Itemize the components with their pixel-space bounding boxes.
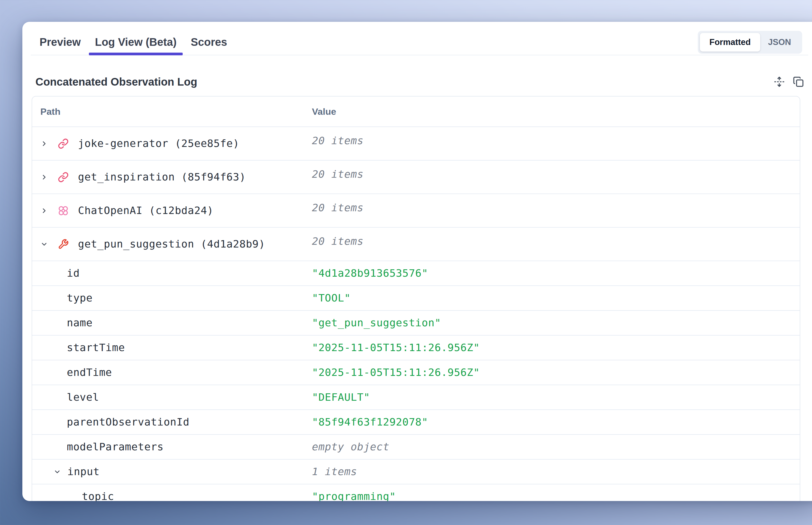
value-meta: 20 items (312, 135, 364, 147)
chevron-down-icon[interactable] (40, 240, 48, 248)
log-row[interactable]: id"4d1a28b913653576" (32, 260, 800, 285)
log-row[interactable]: endTime"2025-11-05T15:11:26.956Z" (32, 360, 800, 385)
toggle-formatted[interactable]: Formatted (700, 33, 760, 51)
chevron-right-icon[interactable] (40, 207, 48, 215)
value-meta: 20 items (312, 202, 364, 214)
column-header-path: Path (32, 106, 312, 117)
link-icon (58, 172, 69, 183)
path-label: startTime (67, 342, 125, 354)
value-string: "get_pun_suggestion" (312, 317, 441, 329)
path-label: get_inspiration (85f94f63) (78, 171, 246, 183)
chevron-right-icon[interactable] (40, 139, 48, 148)
log-row[interactable]: name"get_pun_suggestion" (32, 310, 800, 335)
link-icon (58, 138, 69, 149)
value-meta: 1 items (312, 466, 357, 478)
copy-icon[interactable] (792, 76, 804, 88)
path-label: modelParameters (67, 441, 164, 453)
path-label: endTime (67, 366, 112, 379)
value-string: "TOOL" (312, 292, 351, 304)
tab-log-view[interactable]: Log View (Beta) (89, 36, 182, 48)
panel-card: Preview Log View (Beta) Scores Formatted… (23, 22, 812, 501)
value-string: "4d1a28b913653576" (312, 267, 428, 280)
log-row[interactable]: ChatOpenAI (c12bda24)20 items (32, 194, 800, 227)
log-row[interactable]: parentObservationId"85f94f63f1292078" (32, 409, 800, 434)
value-string: "85f94f63f1292078" (312, 416, 428, 428)
generation-icon (58, 205, 69, 216)
log-row[interactable]: topic"programming" (32, 484, 800, 501)
column-header-value: Value (312, 106, 800, 117)
path-label: get_pun_suggestion (4d1a28b9) (78, 238, 265, 250)
log-row[interactable]: get_inspiration (85f94f63)20 items (32, 160, 800, 194)
log-row[interactable]: input1 items (32, 459, 800, 484)
tab-preview[interactable]: Preview (33, 36, 87, 48)
toggle-json[interactable]: JSON (760, 33, 799, 51)
log-row[interactable]: level"DEFAULT" (32, 385, 800, 409)
log-row[interactable]: joke-generator (25ee85fe)20 items (32, 126, 800, 160)
path-label: name (67, 317, 93, 329)
tab-scores[interactable]: Scores (185, 36, 233, 48)
path-label: topic (82, 490, 114, 501)
value-meta: 20 items (312, 168, 364, 180)
log-table-body: joke-generator (25ee85fe)20 itemsget_ins… (32, 126, 800, 501)
unfold-vertical-icon[interactable] (773, 76, 785, 88)
tool-icon (58, 239, 69, 250)
path-label: input (67, 466, 100, 478)
value-string: "programming" (312, 490, 396, 501)
view-toggle: Formatted JSON (698, 31, 802, 54)
path-label: type (67, 292, 93, 304)
log-table: Path Value joke-generator (25ee85fe)20 i… (32, 96, 800, 501)
value-meta: empty object (312, 441, 389, 453)
log-row[interactable]: startTime"2025-11-05T15:11:26.956Z" (32, 335, 800, 360)
tab-bar: Preview Log View (Beta) Scores (31, 22, 808, 55)
value-string: "DEFAULT" (312, 391, 370, 403)
value-string: "2025-11-05T15:11:26.956Z" (312, 342, 480, 354)
log-row[interactable]: get_pun_suggestion (4d1a28b9)20 items (32, 227, 800, 260)
table-header: Path Value (32, 96, 800, 126)
value-string: "2025-11-05T15:11:26.956Z" (312, 366, 480, 379)
log-row[interactable]: modelParametersempty object (32, 434, 800, 459)
path-label: level (67, 391, 99, 403)
page-title: Concatenated Observation Log (35, 75, 197, 88)
path-label: ChatOpenAI (c12bda24) (78, 205, 213, 217)
path-label: joke-generator (25ee85fe) (78, 137, 239, 150)
value-meta: 20 items (312, 235, 364, 247)
chevron-right-icon[interactable] (40, 173, 48, 181)
log-row[interactable]: type"TOOL" (32, 285, 800, 310)
path-label: id (67, 267, 79, 280)
path-label: parentObservationId (67, 416, 190, 428)
chevron-down-icon[interactable] (54, 468, 61, 476)
